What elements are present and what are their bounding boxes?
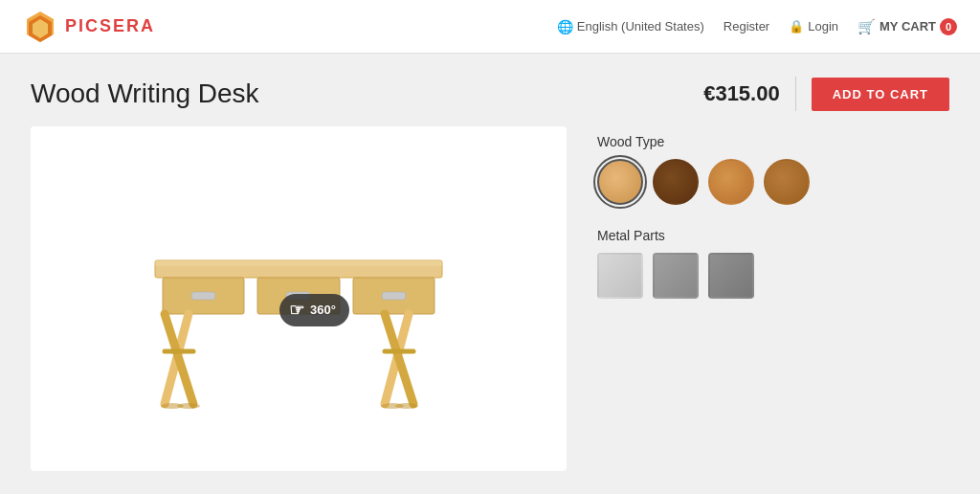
cart-icon: 🛒: [858, 18, 876, 35]
wood-swatches: [597, 159, 949, 205]
hand-icon: ☞: [289, 300, 304, 321]
product-header: Wood Writing Desk €315.00 ADD TO CART: [31, 77, 949, 111]
wood-swatch-3[interactable]: [708, 159, 754, 205]
three-sixty-badge[interactable]: ☞ 360°: [279, 294, 349, 326]
logo-text: PICSERA: [65, 16, 155, 36]
product-price: €315.00: [703, 81, 780, 106]
desk-model-container: ☞ 360°: [31, 126, 567, 471]
wood-swatch-2[interactable]: [653, 159, 699, 205]
main-content: Wood Writing Desk €315.00 ADD TO CART: [0, 54, 980, 494]
svg-rect-10: [382, 292, 406, 300]
product-body: ☞ 360° Wood Type Metal Parts: [31, 126, 949, 471]
add-to-cart-button[interactable]: ADD TO CART: [812, 78, 949, 111]
wood-type-label: Wood Type: [597, 134, 949, 149]
svg-rect-4: [155, 260, 442, 266]
login-link[interactable]: 🔒 Login: [789, 19, 838, 34]
register-link[interactable]: Register: [724, 19, 769, 34]
svg-point-20: [395, 403, 418, 409]
wood-swatch-1[interactable]: [597, 159, 643, 205]
options-panel: Wood Type Metal Parts: [567, 126, 949, 471]
cart-button[interactable]: 🛒 MY CART 0: [858, 18, 957, 35]
language-label: English (United States): [577, 19, 704, 34]
metal-swatches: [597, 253, 949, 299]
metal-parts-label: Metal Parts: [597, 228, 949, 243]
logo-icon: [23, 10, 57, 44]
login-label: Login: [808, 19, 838, 34]
header-nav: 🌐 English (United States) Register 🔒 Log…: [557, 18, 957, 35]
globe-icon: 🌐: [557, 19, 573, 34]
price-cart-area: €315.00 ADD TO CART: [703, 77, 949, 111]
logo-area: PICSERA: [23, 10, 155, 44]
svg-point-18: [177, 403, 200, 409]
three-sixty-label: 360°: [310, 303, 336, 317]
wood-type-group: Wood Type: [597, 134, 949, 205]
language-selector[interactable]: 🌐 English (United States): [557, 19, 704, 34]
cart-label: MY CART: [880, 19, 936, 34]
wood-swatch-4[interactable]: [764, 159, 810, 205]
metal-swatch-3[interactable]: [708, 253, 754, 299]
product-title: Wood Writing Desk: [31, 79, 259, 109]
product-viewer[interactable]: ☞ 360°: [31, 126, 567, 471]
svg-rect-6: [191, 292, 215, 300]
metal-parts-group: Metal Parts: [597, 228, 949, 299]
lock-icon: 🔒: [789, 19, 804, 34]
header: PICSERA 🌐 English (United States) Regist…: [0, 0, 980, 54]
metal-swatch-1[interactable]: [597, 253, 643, 299]
price-divider: [795, 77, 796, 111]
cart-count-badge: 0: [940, 18, 957, 35]
metal-swatch-2[interactable]: [653, 253, 699, 299]
